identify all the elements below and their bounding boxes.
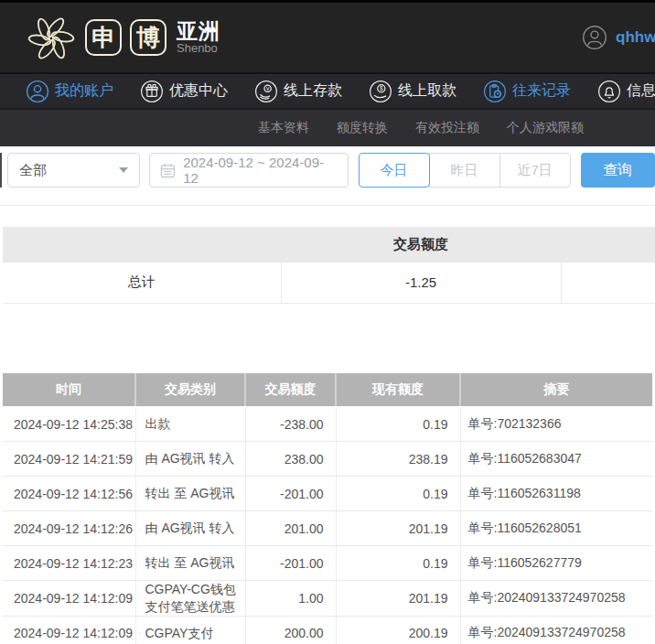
site-header: 申 博 亚洲 Shenbo qhhw [0, 3, 655, 72]
cell-time: 2024-09-12 14:12:09 [3, 616, 135, 644]
table-row: 2024-09-12 14:12:56 转出 至 AG视讯 -201.00 0.… [3, 477, 652, 511]
cell-type: 出款 [135, 407, 245, 442]
chevron-down-icon [119, 167, 128, 173]
cell-balance: 200.19 [336, 616, 460, 644]
query-button[interactable]: 查询 [581, 153, 655, 188]
table-row: 2024-09-12 14:12:23 转出 至 AG视讯 -201.00 0.… [3, 546, 652, 581]
cell-time: 2024-09-12 14:12:26 [3, 511, 135, 546]
account-sub-navigation: 基本资料 额度转换 有效投注额 个人游戏限额 [0, 108, 655, 146]
tab-credit-transfer[interactable]: 额度转换 [337, 120, 388, 136]
range-last7days-button[interactable]: 近7日 [499, 153, 571, 188]
table-row: 2024-09-12 14:12:09 CGPAY支付 200.00 200.1… [3, 616, 652, 644]
deposit-icon: ¥ [254, 80, 278, 103]
user-account-area[interactable]: qhhw [582, 3, 655, 72]
cell-time: 2024-09-12 14:12:09 [3, 581, 135, 617]
col-header-amount: 交易额度 [245, 373, 336, 407]
summary-total-value: -1.25 [281, 263, 561, 303]
site-logo[interactable]: 申 博 亚洲 Shenbo [26, 12, 220, 63]
cell-amount: 238.00 [245, 442, 336, 477]
logo-subtitle: Shenbo [177, 42, 220, 55]
nav-label: 线上存款 [284, 81, 342, 101]
range-yesterday-button[interactable]: 昨日 [429, 153, 500, 188]
filter-toolbar: 全部 2024-09-12 ~ 2024-09-12 今日 昨日 近7日 查询 [0, 153, 655, 188]
nav-item-transaction-records[interactable]: 往来记录 [483, 80, 571, 103]
username-text[interactable]: qhhw [616, 28, 655, 47]
cell-balance: 238.19 [336, 442, 460, 477]
table-row: 2024-09-12 14:12:26 由 AG视讯 转入 201.00 201… [3, 511, 652, 546]
main-navigation: 我的账户 优惠中心 ¥ 线上存款 [0, 72, 655, 108]
calendar-icon [160, 163, 176, 178]
logo-char-shen: 申 [85, 19, 122, 56]
cell-time: 2024-09-12 14:25:38 [3, 407, 135, 442]
cell-amount: -201.00 [245, 477, 336, 511]
cell-amount: -238.00 [245, 407, 336, 442]
nav-label: 往来记录 [512, 81, 571, 101]
quick-range-group: 今日 昨日 近7日 [359, 153, 571, 188]
avatar-icon [582, 25, 607, 50]
nav-item-my-account[interactable]: 我的账户 [26, 80, 113, 103]
cell-type: CGPAY支付 [135, 616, 245, 644]
cell-amount: -201.00 [245, 546, 336, 581]
summary-header-empty [3, 227, 281, 263]
cell-balance: 0.19 [336, 546, 460, 581]
tab-valid-bets[interactable]: 有效投注额 [415, 120, 479, 136]
col-header-balance: 现有额度 [336, 373, 460, 407]
flower-logo-icon [26, 12, 77, 63]
summary-total-row: 总计 -1.25 [3, 263, 655, 303]
table-row: 2024-09-12 14:25:38 出款 -238.00 0.19 单号:7… [3, 407, 652, 442]
summary-header-row: 交易额度 [3, 227, 655, 263]
cell-type: 由 AG视讯 转入 [135, 511, 245, 546]
cell-amount: 1.00 [245, 581, 336, 617]
table-row: 2024-09-12 14:21:59 由 AG视讯 转入 238.00 238… [3, 442, 652, 477]
nav-item-withdraw[interactable]: $ 线上取款 [369, 80, 456, 103]
records-icon [483, 80, 507, 103]
tab-personal-game-limits[interactable]: 个人游戏限额 [507, 120, 584, 136]
transaction-type-select[interactable]: 全部 [7, 153, 140, 188]
summary-total-label: 总计 [3, 263, 281, 303]
nav-label: 优惠中心 [169, 81, 228, 101]
cell-summary: 单号:116052631198 [460, 477, 652, 511]
cell-balance: 0.19 [336, 477, 460, 511]
cell-type: 转出 至 AG视讯 [135, 477, 245, 511]
transactions-table: 时间 交易类别 交易额度 现有额度 摘要 2024-09-12 14:25:38… [3, 373, 652, 644]
nav-label: 我的账户 [55, 81, 113, 101]
date-range-value: 2024-09-12 ~ 2024-09-12 [183, 155, 337, 186]
nav-label: 线上取款 [398, 81, 456, 101]
withdraw-icon: $ [369, 80, 392, 103]
nav-item-promotions[interactable]: 优惠中心 [140, 80, 228, 103]
range-today-button[interactable]: 今日 [359, 153, 430, 188]
cell-summary: 单号:116052627779 [460, 546, 652, 581]
section-divider [0, 205, 655, 206]
cell-summary: 单号:702132366 [460, 407, 652, 442]
logo-char-bo: 博 [130, 19, 166, 56]
cell-balance: 201.19 [336, 581, 460, 617]
summary-empty-cell [561, 263, 655, 303]
col-header-time: 时间 [3, 373, 135, 407]
table-row: 2024-09-12 14:12:09 CGPAY-CG钱包支付笔笔送优惠 1.… [3, 581, 652, 617]
summary-header-amount: 交易额度 [281, 227, 561, 263]
nav-item-deposit[interactable]: ¥ 线上存款 [254, 80, 342, 103]
cell-amount: 201.00 [245, 511, 336, 546]
cell-amount: 200.00 [245, 616, 336, 644]
cell-summary: 单号:116052628051 [460, 511, 652, 546]
nav-item-messages[interactable]: 信息 [597, 80, 655, 103]
cell-type: 由 AG视讯 转入 [135, 442, 245, 477]
cell-time: 2024-09-12 14:21:59 [3, 442, 135, 477]
cell-type: 转出 至 AG视讯 [135, 546, 245, 581]
svg-text:$: $ [380, 85, 383, 91]
col-header-type: 交易类别 [135, 373, 245, 407]
summary-header-empty [561, 227, 655, 263]
cell-type: CGPAY-CG钱包支付笔笔送优惠 [135, 581, 245, 617]
table-header-row: 时间 交易类别 交易额度 现有额度 摘要 [3, 373, 652, 407]
nav-label: 信息 [627, 81, 655, 101]
col-header-summary: 摘要 [460, 373, 652, 407]
logo-region-text: 亚洲 [177, 20, 220, 42]
date-range-input[interactable]: 2024-09-12 ~ 2024-09-12 [149, 153, 348, 188]
cell-summary: 单号:202409133724970258 [460, 581, 652, 617]
cell-balance: 201.19 [336, 511, 460, 546]
clipped-edge-artifact [0, 153, 2, 188]
cell-time: 2024-09-12 14:12:23 [3, 546, 135, 581]
select-value: 全部 [19, 162, 47, 179]
summary-table: 交易额度 总计 -1.25 [3, 227, 655, 304]
tab-basic-info[interactable]: 基本资料 [258, 120, 309, 136]
